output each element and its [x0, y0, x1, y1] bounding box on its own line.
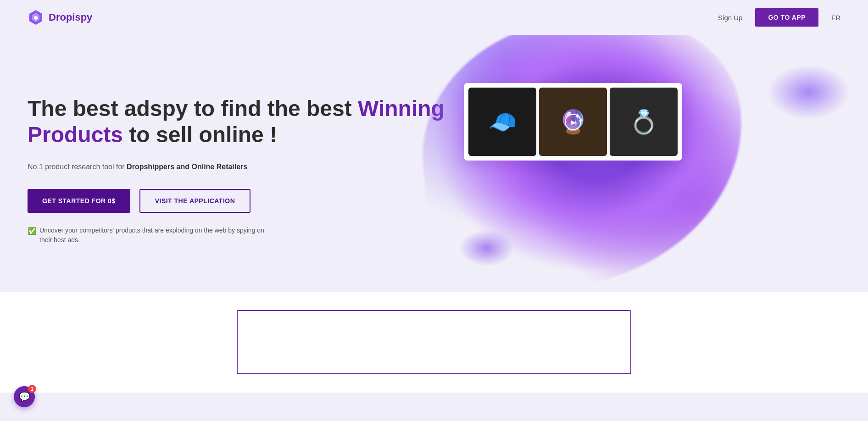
hero-subtitle-bold: Dropshippers and Online Retailers — [127, 163, 247, 171]
hero-subtitle: No.1 product research tool for Dropshipp… — [28, 161, 284, 173]
hero-title: The best adspy to find the best Winning … — [28, 95, 450, 148]
navbar: Dropispy Sign Up GO TO APP FR — [0, 0, 868, 35]
go-to-app-button[interactable]: GO TO APP — [755, 8, 818, 27]
card-2-image: 🔮 ▶ — [539, 88, 607, 156]
ad-card-1: 🧢 Mud Bay Apparel Mud Bay Apparel Aug 4,… — [468, 88, 536, 156]
visit-application-button[interactable]: VISIT THE APPLICATION — [139, 189, 251, 213]
hero-buttons: GET STARTED FOR 0$ VISIT THE APPLICATION — [28, 189, 450, 213]
card-3-image: 💍 — [610, 88, 678, 156]
get-started-button[interactable]: GET STARTED FOR 0$ — [28, 189, 130, 213]
hero-right: 🧢 Mud Bay Apparel Mud Bay Apparel Aug 4,… — [450, 55, 840, 285]
hat-icon: 🧢 — [488, 109, 517, 135]
nav-right: Sign Up GO TO APP FR — [718, 8, 840, 27]
logo-area[interactable]: Dropispy — [28, 9, 92, 26]
hero-title-part1: The best adspy to find the best — [28, 96, 358, 121]
splash-dot1 — [767, 65, 850, 120]
hero-title-part2: to sell online ! — [129, 122, 277, 147]
ad-card-3: 💍 Revolution Jewelry Revolution Jewelry … — [610, 88, 678, 156]
chat-icon: 💬 — [19, 391, 30, 402]
hero-note: ✅ Uncover your competitors' products tha… — [28, 226, 266, 245]
ring-icon: 💍 — [629, 109, 658, 135]
hero-note-text: Uncover your competitors' products that … — [39, 226, 266, 245]
logo-text: Dropispy — [49, 11, 92, 23]
nav-signup[interactable]: Sign Up — [718, 14, 742, 22]
bottom-box — [237, 310, 631, 374]
play-button[interactable]: ▶ — [565, 114, 581, 130]
chat-bubble[interactable]: 💬 1 — [14, 386, 35, 407]
checkmark-icon: ✅ — [28, 226, 37, 237]
card-1-image: 🧢 — [468, 88, 536, 156]
bottom-section — [0, 292, 868, 393]
chat-badge: 1 — [28, 385, 36, 393]
logo-icon — [28, 9, 44, 26]
hero-section: The best adspy to find the best Winning … — [0, 35, 868, 292]
hero-subtitle-plain: No.1 product research tool for — [28, 163, 127, 171]
splash-dot2 — [459, 230, 514, 266]
nav-lang[interactable]: FR — [831, 14, 840, 22]
hero-left: The best adspy to find the best Winning … — [28, 95, 450, 245]
cards-panel: 🧢 Mud Bay Apparel Mud Bay Apparel Aug 4,… — [464, 83, 682, 161]
ad-card-2: 🔮 ▶ Galaxy Lamp... Galaxy Lamps Jan 1, 2… — [539, 88, 607, 156]
